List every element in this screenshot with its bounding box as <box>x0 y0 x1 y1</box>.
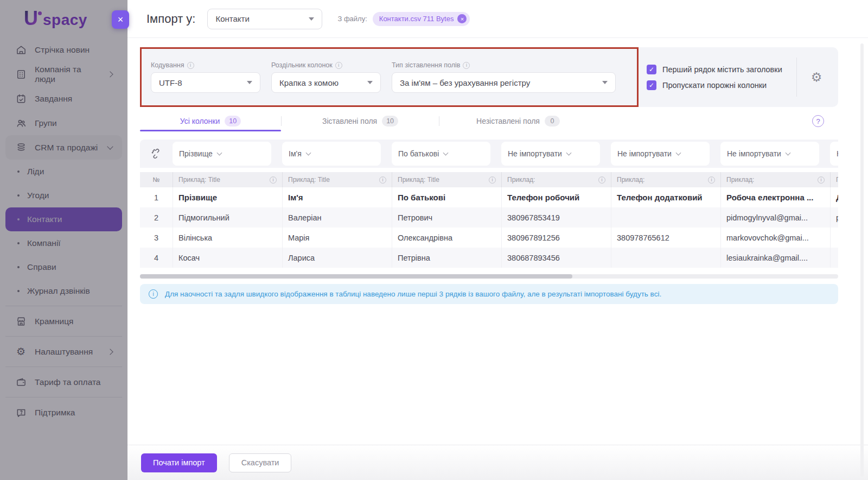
field-label-text: Тип зіставлення полів <box>392 61 460 69</box>
column-map-select-6[interactable]: Не імпортувати <box>720 142 819 166</box>
delimiter-select[interactable]: Крапка з комою <box>271 72 381 93</box>
sidebar-item-crm[interactable]: CRM та продажі <box>5 135 122 160</box>
info-icon[interactable]: i <box>818 176 825 184</box>
sidebar-item-settings[interactable]: ⚙ Налаштування <box>5 339 122 364</box>
sidebar-divider <box>5 306 122 306</box>
chevron-down-icon <box>785 150 790 155</box>
start-import-button[interactable]: Почати імпорт <box>141 453 217 472</box>
sidebar-item-label: Групи <box>35 118 57 128</box>
number-column-header: № <box>140 176 173 184</box>
column-map-select-5[interactable]: Не імпортувати <box>611 142 710 166</box>
tab-label: Зіставлені поля <box>322 117 377 125</box>
chevron-down-icon <box>675 150 681 155</box>
skip-empty-columns-checkbox[interactable]: ✓ Пропускати порожні колонки <box>647 80 782 90</box>
file-chip-text: Контакти.csv 711 Bytes <box>379 15 454 23</box>
column-map-select-4[interactable]: Не імпортувати <box>501 142 600 166</box>
chevron-down-icon <box>216 150 222 155</box>
delimiter-value: Крапка з комою <box>279 78 339 87</box>
tab-unmapped-fields[interactable]: Незіставлені поля 0 <box>439 111 597 131</box>
table-row: 2 Підмогильний Валеріан Петрович 3809678… <box>140 207 838 228</box>
table-row: 4 Косач Лариса Петрівна 380687893456 les… <box>140 248 838 268</box>
field-label-text: Роздільник колонок <box>271 61 333 69</box>
cell: Телефон робочий <box>501 187 611 207</box>
tab-count-badge: 10 <box>382 116 398 127</box>
remove-file-icon[interactable]: × <box>457 14 467 23</box>
map-select-value: Не імпортувати <box>508 149 562 158</box>
map-select-value: Н <box>837 149 838 158</box>
map-select-value: По батькові <box>398 149 439 158</box>
cell <box>611 248 720 268</box>
uspacy-logo[interactable]: U spacy <box>0 7 127 37</box>
sidebar-subitem-contacts[interactable]: Контакти <box>5 207 122 231</box>
sidebar-subitem-label: Журнал дзвінків <box>27 286 90 296</box>
info-icon[interactable]: i <box>335 62 342 69</box>
sidebar: U spacy Стрічка новин Компанія та люди З… <box>0 0 127 480</box>
import-target-select[interactable]: Контакти <box>207 9 322 29</box>
cell: Олександрівна <box>392 228 501 248</box>
cell: lesiaukrainka@gmail.... <box>720 248 830 268</box>
match-type-value: За ім'ям – без урахування регістру <box>400 78 530 87</box>
home-icon <box>15 44 27 55</box>
example-text: Приклад: Title <box>288 176 330 184</box>
cell: Вілінська <box>173 228 282 248</box>
sidebar-subitem-companies[interactable]: Компанії <box>5 231 122 255</box>
row-number: 2 <box>140 213 173 222</box>
import-target-value: Контакти <box>215 14 249 23</box>
horizontal-scrollbar-thumb[interactable] <box>140 274 572 279</box>
column-map-select-1[interactable]: Прізвище <box>173 142 271 166</box>
info-icon[interactable]: i <box>598 176 605 184</box>
match-type-select[interactable]: За ім'ям – без урахування регістру <box>392 72 616 93</box>
cell: 380978765612 <box>611 228 720 248</box>
sidebar-subitem-call-log[interactable]: Журнал дзвінків <box>5 279 122 303</box>
sidebar-item-tasks[interactable]: Завдання <box>5 86 122 111</box>
tab-mapped-fields[interactable]: Зіставлені поля 10 <box>282 111 439 131</box>
caret-down-icon <box>247 81 252 84</box>
bullet-icon <box>17 218 20 220</box>
sidebar-item-label: Тариф та оплата <box>35 377 100 387</box>
sidebar-item-newsfeed[interactable]: Стрічка новин <box>5 37 122 62</box>
column-map-select-2[interactable]: Ім'я <box>282 142 381 166</box>
cell: markovovchok@gmai... <box>720 228 830 248</box>
example-header: Приклад: i <box>611 172 720 187</box>
logo-dot <box>38 11 42 15</box>
tab-all-columns[interactable]: Усі колонки 10 <box>140 111 281 131</box>
sidebar-item-billing[interactable]: Тариф та оплата <box>5 370 122 394</box>
sidebar-divider <box>5 397 122 397</box>
wallet-icon <box>15 376 27 388</box>
sidebar-subitem-deals[interactable]: Угоди <box>5 184 122 207</box>
info-icon[interactable]: i <box>379 176 386 184</box>
column-map-select-7[interactable]: Н <box>830 142 838 166</box>
first-row-headers-checkbox[interactable]: ✓ Перший рядок містить заголовки <box>647 65 782 74</box>
encoding-label: Кодування i <box>151 61 260 69</box>
close-modal-button[interactable]: × <box>112 10 129 29</box>
row-number: 4 <box>140 254 173 262</box>
info-icon[interactable]: i <box>489 176 496 184</box>
cell: 380967853419 <box>501 207 611 228</box>
page-title: Імпорт у: <box>146 12 195 26</box>
info-icon[interactable]: i <box>187 62 194 69</box>
sidebar-item-support[interactable]: Підтримка <box>5 400 122 425</box>
people-icon <box>15 117 27 129</box>
info-icon[interactable]: i <box>708 176 715 184</box>
sidebar-item-groups[interactable]: Групи <box>5 111 122 135</box>
sidebar-subitem-leads[interactable]: Ліди <box>5 160 122 184</box>
sidebar-item-label: CRM та продажі <box>35 143 98 153</box>
sidebar-item-label: Крамниця <box>35 317 73 326</box>
vertical-scrollbar-track[interactable] <box>860 43 864 477</box>
advanced-settings-gear-icon[interactable]: ⚙ <box>811 71 822 84</box>
column-map-select-3[interactable]: По батькові <box>392 142 490 166</box>
encoding-value: UTF-8 <box>159 78 182 87</box>
info-icon[interactable]: i <box>463 62 470 69</box>
sidebar-item-label: Завдання <box>35 94 72 104</box>
info-icon[interactable]: i <box>270 176 277 184</box>
encoding-select[interactable]: UTF-8 <box>151 72 260 93</box>
sidebar-item-company-people[interactable]: Компанія та люди <box>5 62 122 86</box>
cell: Підмогильний <box>173 207 282 228</box>
cell <box>830 228 838 248</box>
sidebar-item-marketplace[interactable]: Крамниця <box>5 309 122 333</box>
cancel-button[interactable]: Скасувати <box>229 453 292 472</box>
file-source-label: З файлу: <box>337 15 367 23</box>
help-icon[interactable]: ? <box>812 115 824 127</box>
sidebar-subitem-activities[interactable]: Справи <box>5 255 122 279</box>
table-row: 3 Вілінська Марія Олександрівна 38096789… <box>140 228 838 248</box>
